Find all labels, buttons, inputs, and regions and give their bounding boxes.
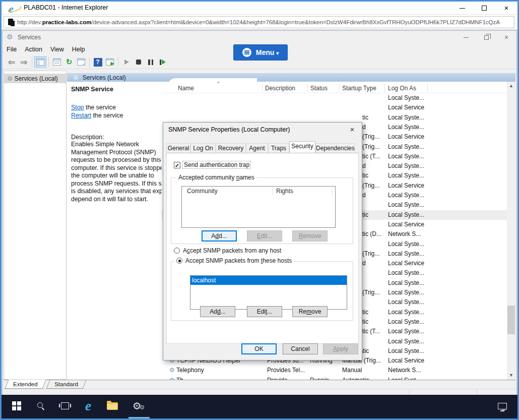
view-tab-standard[interactable]: Standard bbox=[46, 380, 86, 389]
column-header-log-on-as[interactable]: Log On As bbox=[388, 84, 416, 93]
rights-column-header[interactable]: Rights bbox=[276, 188, 293, 195]
service-row-partial[interactable]: ⚙ThProvideRunninAutomaticLocal Syst bbox=[162, 376, 507, 380]
accept-any-host-radio[interactable] bbox=[174, 248, 180, 254]
tree-item-services-local[interactable]: ⚙ Services (Local) bbox=[4, 74, 66, 83]
hosts-remove-button[interactable]: Remove bbox=[292, 306, 328, 317]
vertical-scrollbar[interactable]: ▲ ▼ bbox=[507, 82, 515, 380]
help-button[interactable]: ? bbox=[92, 56, 104, 68]
column-header-description[interactable]: Description bbox=[265, 84, 295, 93]
cell-log-on-as: Local Syste... bbox=[388, 210, 433, 220]
accept-these-hosts-label: Accept SNMP packets from these hosts bbox=[185, 257, 292, 264]
hosts-edit-button[interactable]: Edit... bbox=[247, 306, 282, 317]
cell-log-on-as: Local Service bbox=[388, 181, 433, 191]
dialog-tab-recovery[interactable]: Recovery bbox=[216, 143, 246, 153]
properties-button[interactable] bbox=[51, 56, 63, 68]
taskbar-services-button[interactable]: ⚙ bbox=[127, 395, 150, 417]
dialog-tab-traps[interactable]: Traps bbox=[268, 143, 289, 153]
view-tab-extended[interactable]: Extended bbox=[5, 380, 46, 389]
stop-service-button[interactable] bbox=[133, 56, 145, 68]
taskbar-ie-button[interactable]: e bbox=[77, 395, 99, 417]
community-column-header[interactable]: Community bbox=[187, 188, 218, 195]
service-row[interactable]: Local Service bbox=[162, 103, 507, 112]
hosts-groupbox: Accept SNMP packets from these hosts loc… bbox=[171, 261, 353, 321]
menu-action[interactable]: Action bbox=[21, 44, 46, 54]
service-gear-icon: ⚙ bbox=[169, 376, 175, 380]
start-service-button[interactable] bbox=[120, 56, 133, 68]
back-button[interactable]: ⇐ bbox=[6, 56, 18, 68]
cell-log-on-as: Local Syste... bbox=[388, 308, 433, 317]
export-list-icon: → bbox=[77, 58, 85, 66]
apply-button: Apply bbox=[323, 343, 358, 354]
menu-help[interactable]: Help bbox=[68, 44, 89, 54]
service-gear-icon: ⚙ bbox=[169, 366, 175, 375]
menu-view[interactable]: View bbox=[46, 44, 68, 54]
cell-log-on-as: Local Syste... bbox=[388, 152, 433, 161]
security-tab-page: ✓ Send authentication trap Accepted comm… bbox=[166, 153, 359, 344]
pause-service-button[interactable] bbox=[145, 56, 157, 68]
show-action-pane-button[interactable]: ▶ bbox=[104, 56, 116, 68]
host-list-item[interactable]: localhost bbox=[190, 276, 347, 285]
dialog-titlebar: SNMP Service Properties (Local Computer)… bbox=[163, 123, 362, 137]
scroll-down-icon[interactable]: ▼ bbox=[507, 371, 515, 380]
service-detail-pane: SNMP Service Stop the serviceRestart the… bbox=[67, 82, 162, 380]
export-list-button[interactable]: → bbox=[75, 56, 87, 68]
ok-button[interactable]: OK bbox=[241, 343, 277, 354]
cell-log-on-as: Local Syste... bbox=[388, 93, 433, 103]
services-close-button[interactable]: × bbox=[496, 31, 516, 44]
refresh-button[interactable]: ↻ bbox=[63, 56, 75, 68]
community-list[interactable]: Community Rights bbox=[181, 186, 336, 228]
hosts-add-button[interactable]: Add... bbox=[200, 306, 235, 317]
task-view-button[interactable] bbox=[54, 395, 76, 417]
community-add-button[interactable]: Add... bbox=[202, 230, 237, 242]
cell-log-on-as: Local Syste... bbox=[388, 346, 433, 356]
ie-minimize-button[interactable] bbox=[451, 2, 473, 15]
send-auth-trap-row[interactable]: ✓ Send authentication trap bbox=[174, 161, 250, 168]
ie-close-button[interactable]: × bbox=[495, 2, 517, 15]
accept-these-hosts-radio[interactable] bbox=[176, 258, 182, 264]
service-description-line: requests to be processed by this bbox=[71, 156, 162, 164]
hosts-list[interactable]: localhost bbox=[190, 275, 347, 310]
start-button[interactable] bbox=[6, 395, 28, 417]
menu-file[interactable]: File bbox=[3, 44, 21, 54]
ie-maximize-button[interactable] bbox=[473, 2, 495, 15]
dialog-close-button[interactable]: × bbox=[345, 124, 360, 136]
dialog-tab-agent[interactable]: Agent bbox=[246, 143, 268, 153]
services-gear-icon: ⚙ bbox=[73, 74, 79, 81]
accept-any-host-label: Accept SNMP packets from any host bbox=[183, 247, 281, 254]
cell-log-on-as: Local Syste... bbox=[388, 327, 433, 336]
cell-startup-type: tic bbox=[362, 317, 387, 327]
accept-these-hosts-radio-row[interactable]: Accept SNMP packets from these hosts bbox=[174, 257, 294, 264]
cell-log-on-as: Local Syste... bbox=[388, 337, 433, 346]
services-minimize-button[interactable] bbox=[456, 31, 476, 44]
restart-service-button[interactable] bbox=[157, 56, 169, 68]
lab-menu-button[interactable]: Menu ▾ bbox=[234, 45, 287, 60]
community-list-header: Community Rights bbox=[182, 187, 335, 196]
dialog-tab-general[interactable]: General bbox=[166, 143, 190, 153]
column-header-status[interactable]: Status bbox=[310, 84, 328, 93]
forward-button[interactable]: ⇒ bbox=[18, 56, 30, 68]
send-auth-trap-checkbox[interactable]: ✓ bbox=[174, 162, 180, 168]
cell-log-on-as: Local Syste... bbox=[388, 123, 433, 132]
column-header-name[interactable]: Name bbox=[178, 84, 194, 93]
dialog-tab-security[interactable]: Security bbox=[289, 141, 315, 153]
scrollbar-thumb[interactable] bbox=[507, 306, 515, 334]
address-bar[interactable]: http://dev.practice-labs.com/device-adva… bbox=[4, 16, 514, 28]
service-row[interactable]: ticLocal Syste... bbox=[162, 113, 507, 123]
restart-service-icon bbox=[160, 59, 166, 65]
show-console-tree-button[interactable] bbox=[34, 56, 46, 68]
service-row[interactable]: Local Syste... bbox=[162, 93, 507, 103]
dialog-tab-dependencies[interactable]: Dependencies bbox=[315, 143, 355, 153]
column-header-startup-type[interactable]: Startup Type bbox=[342, 84, 376, 93]
taskbar-file-explorer-button[interactable] bbox=[101, 395, 123, 417]
accept-any-host-radio-row[interactable]: Accept SNMP packets from any host bbox=[174, 247, 281, 254]
cancel-button[interactable]: Cancel bbox=[283, 343, 318, 354]
services-restore-button[interactable] bbox=[476, 31, 496, 44]
search-button[interactable] bbox=[30, 395, 52, 417]
ie-window-title: PLABDC01 - Internet Explorer bbox=[24, 4, 108, 11]
service-row[interactable]: ⚙TelephonyProvides Tel...ManualNetwork S… bbox=[162, 366, 507, 375]
dialog-tab-log-on[interactable]: Log On bbox=[190, 143, 216, 153]
network-display-button[interactable] bbox=[491, 395, 513, 417]
stop-service-link[interactable]: Stop bbox=[71, 104, 84, 111]
scroll-up-icon[interactable]: ▲ bbox=[507, 82, 515, 90]
restart-service-link[interactable]: Restart bbox=[71, 112, 91, 119]
